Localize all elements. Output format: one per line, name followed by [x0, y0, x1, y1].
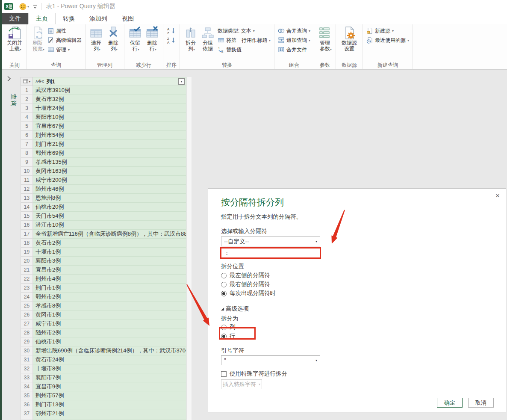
sort-ascending-button[interactable]: A Z	[165, 26, 177, 35]
table-row[interactable]: 28 随州市2例	[21, 328, 186, 337]
radio-rightmost-delimiter[interactable]: 最右侧的分隔符	[221, 281, 270, 288]
recent-sources-button[interactable]: 最近使用的源 ▾	[365, 35, 410, 45]
table-row[interactable]: 8 鄂州市69例	[21, 149, 186, 158]
row-value[interactable]: 襄阳市3例	[33, 257, 186, 266]
table-row[interactable]: 33 襄阳市7例	[21, 373, 186, 382]
row-value[interactable]: 黄冈市163例	[33, 167, 186, 176]
table-row[interactable]: 34 宜昌市9例	[21, 382, 186, 391]
row-value[interactable]: 襄阳市7例	[33, 373, 186, 382]
quote-character-select[interactable]: " ▾	[221, 355, 320, 365]
row-value[interactable]: 十堰市1例	[33, 248, 186, 257]
table-row[interactable]: 3 十堰市24例	[21, 104, 186, 113]
data-type-button[interactable]: 数据类型: 文本 ▾	[216, 26, 272, 35]
row-value[interactable]: 十堰市24例	[33, 104, 186, 113]
radio-selected-icon[interactable]	[221, 291, 227, 296]
table-row[interactable]: 31 黄石市24例	[21, 355, 186, 364]
ok-button[interactable]: 确定	[437, 398, 463, 408]
table-row[interactable]: 14 仙桃市20例	[21, 203, 186, 212]
close-and-load-button[interactable]: 关闭并上载▾	[5, 26, 24, 53]
table-row[interactable]: 5 宜昌市67例	[21, 122, 186, 131]
collapse-ribbon-icon[interactable]	[32, 3, 38, 9]
table-row[interactable]: 12 随州市46例	[21, 185, 186, 194]
manage-button[interactable]: 管理 ▾	[46, 45, 83, 54]
table-row[interactable]: 22 荆州市4例	[21, 275, 186, 284]
row-value[interactable]: 恩施州8例	[33, 194, 186, 203]
row-value[interactable]: 仙桃市20例	[33, 203, 186, 212]
select-all-corner-button[interactable]: ▾	[21, 77, 33, 86]
row-value[interactable]: 随州市46例	[33, 185, 186, 194]
table-row[interactable]: 11 咸宁市200例	[21, 176, 186, 185]
table-row[interactable]: 27 咸宁市1例	[21, 319, 186, 328]
column-filter-button[interactable]: ▾	[178, 78, 185, 85]
row-value[interactable]: 武汉市3910例	[33, 86, 186, 95]
append-queries-button[interactable]: 追加查询 ▾	[277, 35, 312, 45]
special-characters-checkbox-row[interactable]: 使用特殊字符进行拆分	[221, 370, 287, 378]
radio-each-occurrence[interactable]: 每次出现分隔符时	[221, 290, 276, 297]
table-row[interactable]: 32 十堰市8例	[21, 364, 186, 373]
combine-files-button[interactable]: 合并文件	[277, 45, 312, 54]
custom-delimiter-input[interactable]: ：	[220, 247, 321, 259]
queries-pane-collapsed[interactable]: 查询	[3, 75, 19, 161]
expand-pane-chevron-icon[interactable]	[6, 75, 12, 82]
row-value[interactable]: 咸宁市200例	[33, 176, 186, 185]
properties-button[interactable]: 属性	[46, 26, 83, 35]
split-column-button[interactable]: 拆分列▾	[182, 26, 199, 53]
delimiter-select[interactable]: --自定义-- ▾	[221, 237, 320, 246]
tab-add-column[interactable]: 添加列	[82, 13, 115, 24]
sort-descending-button[interactable]: Z A	[165, 35, 177, 45]
row-value[interactable]: 新增出院690例（含临床诊断病例214例），其中：武汉市370例	[33, 346, 186, 355]
row-value[interactable]: 潜江市10例	[33, 221, 186, 230]
table-row[interactable]: 15 天门市54例	[21, 212, 186, 221]
radio-icon[interactable]	[221, 273, 227, 278]
row-value[interactable]: 襄阳市10例	[33, 113, 186, 122]
table-row[interactable]: 26 黄冈市1例	[21, 311, 186, 319]
table-row[interactable]: 9 孝感市135例	[21, 158, 186, 167]
feedback-smiley-button[interactable]: ▾	[19, 3, 29, 10]
row-value[interactable]: 随州市2例	[33, 328, 186, 337]
row-value[interactable]: 仙桃市1例	[33, 337, 186, 346]
radio-split-into-rows[interactable]: 行	[221, 332, 236, 340]
row-value[interactable]: 宜昌市2例	[33, 266, 186, 275]
row-value[interactable]: 孝感市135例	[33, 158, 186, 167]
row-value[interactable]: 荆门市1例	[33, 284, 186, 293]
advanced-options-toggle[interactable]: ◢高级选项	[221, 305, 249, 313]
table-row[interactable]: 2 黄石市32例	[21, 95, 186, 104]
table-row[interactable]: 7 荆门市21例	[21, 140, 186, 149]
use-first-row-as-headers-button[interactable]: 将第一行用作标题 ▾	[216, 35, 272, 45]
table-row[interactable]: 37 鄂州市21例	[21, 409, 186, 418]
row-value[interactable]: 宜昌市67例	[33, 122, 186, 131]
advanced-editor-button[interactable]: 高级编辑器	[46, 35, 83, 45]
replace-values-button[interactable]: 1 2 替换值	[216, 45, 272, 54]
table-row[interactable]: 19 十堰市1例	[21, 248, 186, 257]
table-row[interactable]: 13 恩施州8例	[21, 194, 186, 203]
radio-leftmost-delimiter[interactable]: 最左侧的分隔符	[221, 272, 270, 279]
row-value[interactable]: 荆州市54例	[33, 131, 186, 140]
row-value[interactable]: 荆州市57例	[33, 391, 186, 400]
table-row[interactable]: 35 荆州市57例	[21, 391, 186, 400]
row-value[interactable]: 荆州市4例	[33, 275, 186, 284]
refresh-preview-button[interactable]: 刷新预览▾	[29, 26, 46, 53]
cancel-button[interactable]: 取消	[468, 398, 494, 408]
radio-icon[interactable]	[221, 282, 227, 287]
row-value[interactable]: 十堰市8例	[33, 364, 186, 373]
row-value[interactable]: 孝感市8例	[33, 302, 186, 311]
data-source-settings-button[interactable]: 数据源设置	[338, 26, 360, 52]
tab-home[interactable]: 主页	[28, 13, 56, 24]
table-row[interactable]: 10 黄冈市163例	[21, 167, 186, 176]
table-row[interactable]: 29 仙桃市1例	[21, 337, 186, 346]
checkbox-unchecked-icon[interactable]	[221, 371, 227, 377]
table-row[interactable]: 18 黄石市2例	[21, 239, 186, 248]
remove-rows-button[interactable]: 删除行▾	[144, 26, 161, 53]
tab-file[interactable]: 文件	[2, 13, 28, 24]
row-value[interactable]: 天门市54例	[33, 212, 186, 221]
table-row[interactable]: 36 荆门市13例	[21, 400, 186, 409]
table-row[interactable]: 6 荆州市54例	[21, 131, 186, 140]
column-header-col1[interactable]: A�C 列1 ▾	[33, 77, 186, 86]
tab-transform[interactable]: 转换	[56, 13, 82, 24]
table-row[interactable]: 30 新增出院690例（含临床诊断病例214例），其中：武汉市370例	[21, 346, 186, 355]
table-row[interactable]: 24 鄂州市2例	[21, 293, 186, 302]
row-value[interactable]: 鄂州市21例	[33, 409, 186, 418]
dialog-close-icon[interactable]: ×	[493, 191, 502, 201]
row-value[interactable]: 黄石市2例	[33, 239, 186, 248]
row-value[interactable]: 宜昌市9例	[33, 382, 186, 391]
